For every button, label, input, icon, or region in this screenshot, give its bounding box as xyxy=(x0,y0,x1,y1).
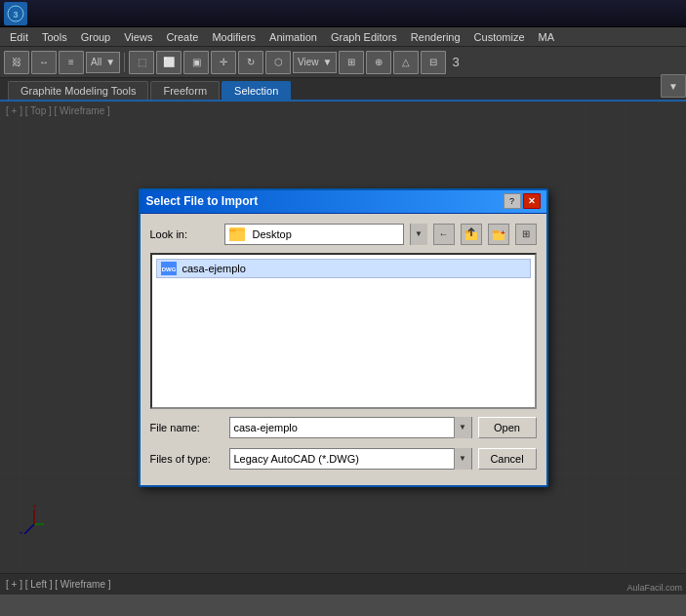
nav-up-btn[interactable] xyxy=(461,224,482,245)
svg-rect-10 xyxy=(229,231,245,241)
look-in-arrow[interactable]: ▼ xyxy=(410,224,427,245)
dialog-body: Look in: Desktop ▼ xyxy=(141,214,546,485)
main-content: [ + ] [ Top ] [ Wireframe ] X Y Z Select… xyxy=(0,102,686,595)
app-logo: 3 xyxy=(4,2,27,25)
dialog-help-button[interactable]: ? xyxy=(504,193,521,209)
dialog-controls: ? ✕ xyxy=(504,193,541,209)
title-bar: 3 xyxy=(0,0,686,27)
ribbon-collapse-btn[interactable]: ▼ xyxy=(661,74,686,98)
cancel-button[interactable]: Cancel xyxy=(478,448,537,470)
file-name-value: casa-ejemplo xyxy=(230,422,454,433)
angle-snap-btn[interactable]: ⊕ xyxy=(366,51,391,74)
toolbar-btn-3[interactable]: ≡ xyxy=(59,51,84,74)
nav-view-btn[interactable]: ⊞ xyxy=(515,224,537,245)
toolbar-btn-1[interactable]: ⛓ xyxy=(4,51,29,74)
nav-back-btn[interactable]: ← xyxy=(433,224,455,245)
rotate-btn[interactable]: ↻ xyxy=(238,51,263,74)
menu-edit[interactable]: Edit xyxy=(4,30,34,44)
file-name-row: File name: casa-ejemplo ▼ Open xyxy=(150,417,537,438)
file-list[interactable]: DWG casa-ejemplo xyxy=(150,253,537,409)
modal-overlay: Select File to Import ? ✕ Look in: xyxy=(0,102,686,573)
dialog-title-bar: Select File to Import ? ✕ xyxy=(141,190,546,214)
dialog-title: Select File to Import xyxy=(146,194,259,208)
status-bar: [ + ] [ Left ] [ Wireframe ] xyxy=(0,573,686,595)
tab-freeform[interactable]: Freeform xyxy=(150,81,220,100)
filter-dropdown[interactable]: All ▼ xyxy=(86,52,120,73)
look-in-combo[interactable]: Desktop xyxy=(224,224,404,245)
rect-select-btn[interactable]: ▣ xyxy=(183,51,209,74)
coord-display: 3 xyxy=(448,55,463,69)
menu-views[interactable]: Views xyxy=(118,30,158,44)
tab-graphite[interactable]: Graphite Modeling Tools xyxy=(8,81,148,100)
menu-rendering[interactable]: Rendering xyxy=(405,30,466,44)
snap-btn[interactable]: ⊞ xyxy=(339,51,364,74)
file-item-icon: DWG xyxy=(161,262,177,275)
menu-modifiers[interactable]: Modifiers xyxy=(206,30,262,44)
svg-rect-15 xyxy=(493,230,499,233)
toolbar-btn-2[interactable]: ↔ xyxy=(31,51,57,74)
watermark: AulaFacil.com xyxy=(626,583,682,593)
select-region-btn[interactable]: ⬜ xyxy=(156,51,182,74)
menu-graph-editors[interactable]: Graph Editors xyxy=(325,30,403,44)
dialog-close-button[interactable]: ✕ xyxy=(523,193,541,209)
menu-bar: Edit Tools Group Views Create Modifiers … xyxy=(0,27,686,47)
menu-customize[interactable]: Customize xyxy=(468,30,531,44)
look-in-row: Look in: Desktop ▼ xyxy=(150,224,537,245)
scale-btn[interactable]: ⬡ xyxy=(265,51,291,74)
files-of-type-value: Legacy AutoCAD (*.DWG) xyxy=(230,453,454,465)
look-in-value: Desktop xyxy=(249,228,399,240)
files-of-type-label: Files of type: xyxy=(150,453,223,465)
viewport-area: [ + ] [ Top ] [ Wireframe ] X Y Z Select… xyxy=(0,102,686,573)
files-of-type-arrow[interactable]: ▼ xyxy=(454,448,471,470)
file-name-input[interactable]: casa-ejemplo ▼ xyxy=(229,417,472,438)
files-of-type-row: Files of type: Legacy AutoCAD (*.DWG) ▼ … xyxy=(150,448,537,470)
dialog-footer: File name: casa-ejemplo ▼ Open Files of … xyxy=(150,417,537,475)
file-import-dialog: Select File to Import ? ✕ Look in: xyxy=(139,188,548,487)
percent-snap-btn[interactable]: △ xyxy=(393,51,419,74)
separator-1 xyxy=(124,53,125,72)
menu-ma[interactable]: MA xyxy=(533,30,561,44)
files-of-type-input[interactable]: Legacy AutoCAD (*.DWG) ▼ xyxy=(229,448,472,470)
folder-icon xyxy=(229,227,245,241)
tab-selection[interactable]: Selection xyxy=(222,81,291,100)
status-label: [ + ] [ Left ] [ Wireframe ] xyxy=(6,579,111,590)
nav-new-folder-btn[interactable]: + xyxy=(488,224,509,245)
ribbon-tabs: Graphite Modeling Tools Freeform Selecti… xyxy=(0,78,686,102)
spinner-snap-btn[interactable]: ⊟ xyxy=(421,51,446,74)
file-name-label: File name: xyxy=(150,422,223,433)
select-btn[interactable]: ⬚ xyxy=(129,51,154,74)
svg-text:3: 3 xyxy=(13,10,18,20)
main-toolbar: ⛓ ↔ ≡ All ▼ ⬚ ⬜ ▣ ✛ ↻ ⬡ View ▼ ⊞ ⊕ △ ⊟ 3 xyxy=(0,47,686,78)
view-dropdown[interactable]: View ▼ xyxy=(293,52,337,73)
menu-group[interactable]: Group xyxy=(75,30,117,44)
look-in-label: Look in: xyxy=(150,228,219,240)
open-button[interactable]: Open xyxy=(478,417,537,438)
file-name-arrow[interactable]: ▼ xyxy=(454,417,471,438)
menu-create[interactable]: Create xyxy=(160,30,204,44)
menu-animation[interactable]: Animation xyxy=(263,30,323,44)
move-btn[interactable]: ✛ xyxy=(211,51,236,74)
svg-text:+: + xyxy=(501,228,505,237)
file-item-name: casa-ejemplo xyxy=(182,263,246,274)
svg-text:DWG: DWG xyxy=(161,267,176,272)
menu-tools[interactable]: Tools xyxy=(36,30,73,44)
file-item[interactable]: DWG casa-ejemplo xyxy=(156,259,531,278)
